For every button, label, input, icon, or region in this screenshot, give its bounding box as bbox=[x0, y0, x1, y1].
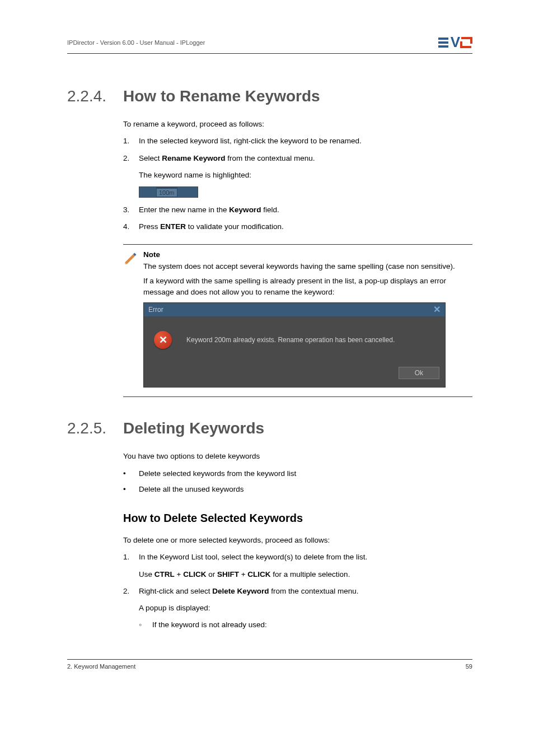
bullet-mark: • bbox=[123, 468, 139, 479]
note-block: Note The system does not accept several … bbox=[123, 244, 472, 398]
step-text: Press ENTER to validate your modificatio… bbox=[139, 221, 472, 232]
section-2-2-5-heading: 2.2.5. Deleting Keywords bbox=[67, 419, 472, 437]
header-text: IPDirector - Version 6.00 - User Manual … bbox=[67, 39, 205, 46]
step-text: In the Keyword List tool, select the key… bbox=[139, 552, 472, 563]
page-header: IPDirector - Version 6.00 - User Manual … bbox=[67, 34, 472, 54]
intro-text: You have two options to delete keywords bbox=[123, 451, 472, 462]
note-p1: The system does not accept several keywo… bbox=[143, 261, 472, 272]
note-p2: If a keyword with the same spelling is a… bbox=[143, 276, 472, 298]
step-2-sub: A popup is displayed: bbox=[139, 603, 472, 614]
footer-left: 2. Keyword Management bbox=[67, 663, 135, 670]
keyword-text[interactable]: 100m bbox=[156, 188, 177, 197]
error-x-icon: ✕ bbox=[154, 331, 172, 349]
section-number: 2.2.5. bbox=[67, 419, 123, 437]
subintro-text: To delete one or more selected keywords,… bbox=[123, 535, 472, 546]
step-number: 4. bbox=[123, 221, 139, 232]
intro-text: To rename a keyword, proceed as follows: bbox=[123, 119, 472, 130]
step-text: In the selected keyword list, right-clic… bbox=[139, 136, 472, 147]
step-number: 3. bbox=[123, 204, 139, 216]
step-1: 1. In the selected keyword list, right-c… bbox=[123, 136, 472, 147]
pencil-icon bbox=[123, 250, 143, 388]
page-footer: 2. Keyword Management 59 bbox=[67, 659, 472, 670]
sub-text: If the keyword is not already used: bbox=[152, 619, 267, 631]
error-title: Error bbox=[148, 306, 163, 314]
keyword-cell-right bbox=[177, 187, 198, 197]
step-4: 4. Press ENTER to validate your modifica… bbox=[123, 221, 472, 232]
section-number: 2.2.4. bbox=[67, 87, 123, 105]
error-dialog: Error ✕ ✕ Keyword 200m already exists. R… bbox=[143, 302, 446, 388]
step-text: Enter the new name in the Keyword field. bbox=[139, 204, 472, 216]
section-title: Deleting Keywords bbox=[123, 419, 264, 437]
step-2: 2. Select Rename Keyword from the contex… bbox=[123, 153, 472, 164]
step-1-sub: Use CTRL + CLICK or SHIFT + CLICK for a … bbox=[139, 569, 472, 580]
keyword-edit-field[interactable]: 100m bbox=[139, 186, 198, 198]
error-content: ✕ Keyword 200m already exists. Rename op… bbox=[144, 316, 445, 363]
step-3: 3. Enter the new name in the Keyword fie… bbox=[123, 204, 472, 216]
section-title: How to Rename Keywords bbox=[123, 87, 320, 105]
error-footer: Ok bbox=[144, 363, 445, 387]
close-icon[interactable]: ✕ bbox=[433, 305, 441, 314]
subsection-title: How to Delete Selected Keywords bbox=[123, 512, 472, 525]
bullet-text: Delete all the unused keywords bbox=[139, 484, 244, 495]
ok-button[interactable]: Ok bbox=[399, 367, 439, 379]
step-number: 1. bbox=[123, 136, 139, 147]
step-2: 2. Right-click and select Delete Keyword… bbox=[123, 586, 472, 597]
keyword-cell-left bbox=[139, 187, 156, 197]
evs-logo: V bbox=[438, 34, 472, 51]
bullet-mark: • bbox=[123, 484, 139, 495]
footer-page-number: 59 bbox=[466, 663, 472, 670]
step-2-sub-1: ◦ If the keyword is not already used: bbox=[139, 619, 472, 631]
step-number: 2. bbox=[123, 586, 139, 597]
step-number: 2. bbox=[123, 153, 139, 164]
error-message: Keyword 200m already exists. Rename oper… bbox=[186, 336, 395, 344]
svg-marker-0 bbox=[125, 254, 135, 264]
step-text: Right-click and select Delete Keyword fr… bbox=[139, 586, 472, 597]
bullet-text: Delete selected keywords from the keywor… bbox=[139, 468, 296, 479]
step-2-sub: The keyword name is highlighted: bbox=[139, 170, 472, 181]
step-text: Select Rename Keyword from the contextua… bbox=[139, 153, 472, 164]
bullet-2: • Delete all the unused keywords bbox=[123, 484, 472, 495]
bullet-1: • Delete selected keywords from the keyw… bbox=[123, 468, 472, 479]
error-titlebar: Error ✕ bbox=[144, 303, 445, 316]
section-2-2-4-heading: 2.2.4. How to Rename Keywords bbox=[67, 87, 472, 105]
step-1: 1. In the Keyword List tool, select the … bbox=[123, 552, 472, 563]
sub-mark: ◦ bbox=[139, 619, 152, 631]
step-number: 1. bbox=[123, 552, 139, 563]
note-title: Note bbox=[143, 250, 472, 259]
